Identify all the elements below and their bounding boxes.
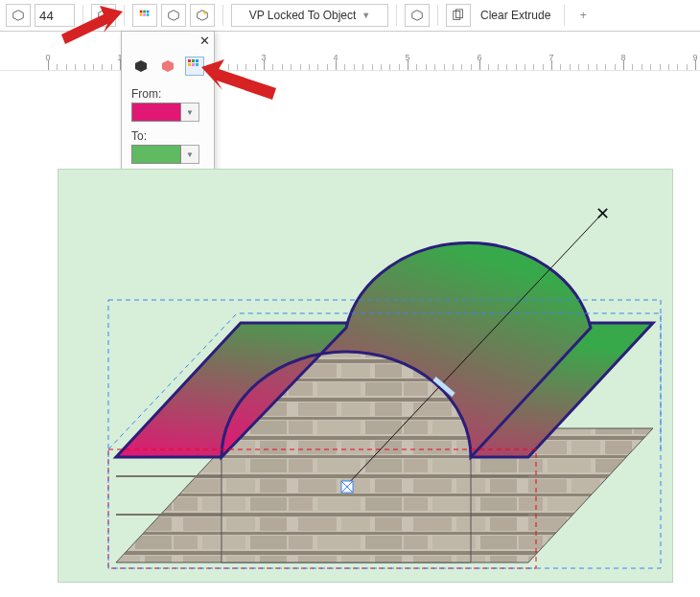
depth-input[interactable] <box>35 4 75 27</box>
from-color-swatch[interactable] <box>131 103 181 122</box>
drawing-canvas[interactable]: ✕ <box>58 169 673 583</box>
svg-rect-2 <box>143 11 146 13</box>
svg-point-0 <box>105 11 109 14</box>
paste-vp-icon[interactable] <box>446 4 471 27</box>
svg-rect-12 <box>196 59 198 62</box>
svg-rect-13 <box>188 63 191 66</box>
vp-mode-label: VP Locked To Object <box>249 9 357 22</box>
to-color-dropdown[interactable]: ▼ <box>181 145 199 164</box>
lighting-icon[interactable] <box>190 4 215 27</box>
to-color-swatch[interactable] <box>131 145 181 164</box>
svg-rect-4 <box>140 13 143 16</box>
depth-icon[interactable] <box>6 4 31 27</box>
horizontal-ruler: 0123456789 <box>0 53 700 71</box>
clear-extrude-button[interactable]: Clear Extrude <box>475 9 556 22</box>
extruded-object[interactable]: ✕ <box>58 170 672 582</box>
rotation-icon[interactable] <box>91 4 116 27</box>
svg-rect-6 <box>147 13 150 16</box>
use-solid-color-icon[interactable] <box>158 57 177 76</box>
use-color-shading-icon[interactable] <box>185 57 204 76</box>
svg-rect-1 <box>140 11 143 13</box>
close-icon[interactable]: ✕ <box>199 34 210 48</box>
vp-mode-dropdown[interactable]: VP Locked To Object ▼ <box>231 4 388 27</box>
from-color-dropdown[interactable]: ▼ <box>181 103 199 122</box>
svg-rect-11 <box>192 59 195 62</box>
add-button[interactable]: + <box>572 9 594 22</box>
vp-cross-icon[interactable]: ✕ <box>595 204 610 223</box>
extrude-toolbar: VP Locked To Object ▼ Clear Extrude + <box>0 0 700 32</box>
to-label: To: <box>131 129 204 143</box>
svg-rect-10 <box>188 59 191 62</box>
from-label: From: <box>131 87 204 101</box>
svg-rect-14 <box>192 63 195 66</box>
chevron-down-icon: ▼ <box>362 11 370 20</box>
copy-vp-icon[interactable] <box>405 4 430 27</box>
svg-rect-15 <box>196 63 198 66</box>
svg-point-7 <box>203 11 206 14</box>
bevel-icon[interactable] <box>161 4 186 27</box>
color-icon[interactable] <box>132 4 157 27</box>
svg-rect-3 <box>147 11 150 13</box>
use-object-fill-icon[interactable] <box>131 57 151 76</box>
svg-rect-5 <box>143 13 146 16</box>
